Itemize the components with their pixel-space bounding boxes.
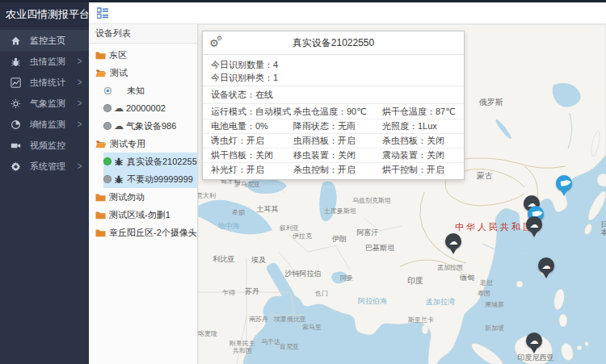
popup-summary-row: 今日识别数量：4 <box>203 58 464 71</box>
weather-device-pin[interactable]: ☁ <box>537 257 555 278</box>
tree-item-device-986[interactable]: ☁气象设备986 <box>89 117 197 135</box>
camera-device-pin[interactable] <box>555 175 573 196</box>
pin-tail <box>530 346 538 354</box>
gear-icon <box>10 161 21 172</box>
tree-item-content: 测试勿动 <box>95 188 197 206</box>
chart-icon <box>10 77 21 88</box>
sun-icon <box>10 98 21 109</box>
tree-item-label: 东区 <box>109 49 127 61</box>
app-title: 农业四情测报平台 <box>0 0 89 27</box>
tree-item-content: 东区 <box>95 46 197 64</box>
popup-field: 震动装置：关闭 <box>382 149 464 162</box>
top-strip <box>0 0 606 2</box>
bug-icon <box>114 174 124 184</box>
tree-item-test-zone[interactable]: 测试 <box>89 64 197 82</box>
status-dot-gray <box>103 104 112 112</box>
pin-tail <box>560 189 568 196</box>
map-canvas[interactable]: 俄罗斯蒙古中华人民共和国哈萨克斯坦乌克兰捷克匈牙利罗马尼亚意大利希腊土耳其乌兹别… <box>198 24 606 364</box>
pin-tail <box>542 271 550 278</box>
sidebar-item-weather-monitor[interactable]: 气象监测> <box>0 93 89 114</box>
tree-item-east-zone[interactable]: 东区 <box>89 46 197 64</box>
tree-item-label: 不要动99999999 <box>127 174 193 186</box>
cloud-icon: ☁ <box>530 220 539 229</box>
tree-item-unknown-device[interactable]: 未知 <box>89 82 197 99</box>
tree-item-content: 不要动99999999 <box>103 170 197 188</box>
chevron-right-icon: > <box>78 119 82 129</box>
weather-device-pin[interactable]: ☁ <box>525 333 543 354</box>
sidebar-menu: 监控主页虫情监测>虫情统计>气象监测>墒情监测>视频监控系统管理> <box>0 27 89 177</box>
popup-field: 降雨状态：无雨 <box>293 119 382 133</box>
sidebar-item-label: 墒情监测 <box>30 119 65 131</box>
weather-device-pin[interactable]: ☁ <box>525 216 543 237</box>
popup-status-line: 设备状态：在线 <box>203 87 464 102</box>
device-panel: 设备列表 东区测试未知☁20000002☁气象设备986测试专用真实设备2102… <box>89 24 198 364</box>
tree-item-content: 测试 <box>95 64 197 82</box>
folder-closed-icon <box>95 228 106 237</box>
tree-item-content: ☁20000002 <box>103 99 197 117</box>
folder-closed-icon <box>95 51 106 60</box>
tree-item-label: 测试专用 <box>110 138 145 150</box>
sidebar-item-label: 视频监控 <box>30 140 65 152</box>
sidebar: 农业四情测报平台 监控主页虫情监测>虫情统计>气象监测>墒情监测>视频监控系统管… <box>0 0 89 364</box>
popup-field: 虫雨挡板：开启 <box>293 134 382 148</box>
tree-item-test-notouch[interactable]: 测试勿动 <box>89 188 197 206</box>
sidebar-item-label: 监控主页 <box>30 35 65 47</box>
cloud-icon: ☁ <box>530 337 539 345</box>
chevron-right-icon: > <box>78 161 82 171</box>
popup-summary: 今日识别数量：4今日识别种类：1 <box>203 58 464 84</box>
sidebar-item-system-manage[interactable]: 系统管理> <box>0 156 89 177</box>
cloud-icon: ☁ <box>449 237 458 246</box>
popup-detail-grid: 运行模式：自动模式杀虫仓温度：90℃烘干仓温度：87℃电池电量：0%降雨状态：无… <box>203 105 464 179</box>
popup-field: 杀虫仓温度：90℃ <box>293 105 382 119</box>
popup-field: 移虫装置：关闭 <box>293 149 382 162</box>
sidebar-item-video-monitor[interactable]: 视频监控 <box>0 135 89 156</box>
tree-item-zhangqiu[interactable]: 章丘阳丘区-2个摄像头 <box>89 224 197 241</box>
sidebar-item-insect-stats[interactable]: 虫情统计> <box>0 72 89 93</box>
tree-item-test-region[interactable]: 测试区域-勿删1 <box>89 206 197 224</box>
sidebar-item-label: 气象监测 <box>30 98 65 110</box>
popup-field: 诱虫灯：开启 <box>211 134 293 148</box>
list-tree-icon[interactable] <box>97 7 108 19</box>
device-panel-title: 设备列表 <box>89 24 197 44</box>
tree-item-label: 气象设备986 <box>126 120 176 132</box>
popup-field: 杀虫控制：开启 <box>293 163 382 177</box>
pin-tail <box>449 247 457 254</box>
popup-field: 运行模式：自动模式 <box>211 105 293 119</box>
video-icon <box>10 140 21 151</box>
sidebar-item-label: 系统管理 <box>30 161 65 173</box>
chevron-right-icon: > <box>78 77 82 87</box>
popup-header: ⚙⚙ 真实设备21022550 <box>203 31 464 55</box>
topbar <box>89 2 606 24</box>
popup-grid-row: 电池电量：0%降雨状态：无雨光照度：1Lux <box>203 119 464 133</box>
popup-field: 烘干控制：开启 <box>382 163 464 177</box>
tree-item-content: 未知 <box>103 82 197 99</box>
tree-item-device-21022550[interactable]: 真实设备21022550 <box>89 153 197 170</box>
settings-gears-icon[interactable]: ⚙⚙ <box>209 38 224 48</box>
sidebar-item-label: 虫情统计 <box>30 77 65 89</box>
tree-item-content: 真实设备21022550 <box>103 153 197 170</box>
folder-closed-icon <box>95 211 106 220</box>
popup-field: 杀虫挡板：关闭 <box>382 134 464 148</box>
folder-open-icon <box>95 69 107 77</box>
bug-icon <box>114 157 124 166</box>
bug-icon <box>10 56 21 67</box>
popup-title: 真实设备21022550 <box>224 36 457 50</box>
tree-item-device-99999999[interactable]: 不要动99999999 <box>89 170 197 188</box>
tree-item-device-20000002[interactable]: ☁20000002 <box>89 99 197 117</box>
cloud-icon: ☁ <box>114 121 124 131</box>
tree-item-label: 测试区域-勿删1 <box>109 209 170 221</box>
sidebar-item-home[interactable]: 监控主页 <box>0 30 89 51</box>
popup-field: 烘干仓温度：87℃ <box>382 105 464 119</box>
tree-item-label: 测试勿动 <box>109 191 145 203</box>
status-dot-gray <box>103 175 112 183</box>
sidebar-item-label: 虫情监测 <box>30 56 65 68</box>
sidebar-item-soil-monitor[interactable]: 墒情监测> <box>0 114 89 135</box>
chevron-right-icon: > <box>78 98 82 108</box>
target-icon <box>103 86 112 95</box>
weather-device-pin[interactable]: ☁ <box>444 233 462 254</box>
chevron-right-icon: > <box>78 56 82 66</box>
cloud-icon: ☁ <box>542 261 551 270</box>
tree-item-test-special[interactable]: 测试专用 <box>89 135 197 153</box>
sidebar-item-insect-monitor[interactable]: 虫情监测> <box>0 51 89 72</box>
popup-grid-row: 诱虫灯：开启虫雨挡板：开启杀虫挡板：关闭 <box>203 133 464 148</box>
